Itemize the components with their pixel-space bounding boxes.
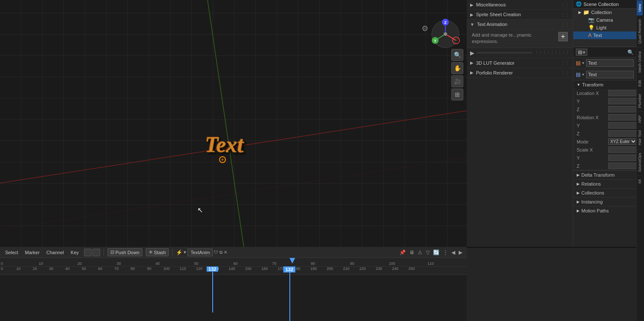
action-name[interactable]: TextAnim	[188, 249, 213, 256]
tl-next-btn[interactable]: ▶	[458, 249, 463, 256]
tl-settings-btn[interactable]: ⋮	[442, 249, 449, 256]
props-data-name-input[interactable]	[586, 71, 634, 78]
search-tool-btn[interactable]: 🔍	[451, 49, 463, 61]
sc-camera-icon: 📷	[588, 17, 595, 23]
mode-select[interactable]: XYZ Euler	[608, 138, 636, 145]
instancing-row[interactable]: ▶ Instancing	[573, 197, 636, 206]
addon-sprite-sheet[interactable]: ▶ Sprite Sheet Creation ⋮⋮	[467, 10, 573, 20]
rot-z-input[interactable]	[608, 130, 636, 137]
rot-y-label: Y	[577, 123, 606, 128]
frame-0: 0	[1, 261, 3, 266]
rot-y-input[interactable]	[608, 122, 636, 129]
camera-tool-btn[interactable]: 🎥	[451, 75, 463, 87]
relations-row[interactable]: ▶ Relations	[573, 179, 636, 188]
timeline-ruler[interactable]: 0 10 20 30 40 50 60 70 80 90 100 110	[0, 258, 467, 267]
play-dots: ⋮⋮⋮⋮⋮⋮⋮⋮⋮	[535, 51, 569, 55]
ext-frame-70: 70	[114, 267, 118, 271]
vtab-arp[interactable]: ARP	[637, 112, 643, 127]
frame-80: 80	[311, 261, 315, 266]
toggle-1[interactable]	[84, 249, 92, 256]
loc-x-input[interactable]	[608, 90, 636, 96]
ext-frame-160: 160	[261, 267, 268, 271]
scale-z-input[interactable]	[608, 163, 636, 169]
extended-ruler[interactable]: 0 10 20 30 40 50 60 70 80 90 100 110 120…	[0, 267, 467, 275]
action-selector[interactable]: ⚡ ▾ TextAnim 🛡 ⧉ ✕	[176, 249, 227, 256]
move-tool-btn[interactable]: ✋	[451, 62, 463, 74]
addon-lut[interactable]: ▶ 3D LUT Generator ⋮⋮	[467, 58, 573, 68]
sc-camera-label: Camera	[596, 17, 613, 23]
addons-panel: ▶ Miscellaneous ⋮⋮ ▶ Sprite Sheet Creati…	[467, 0, 573, 247]
sc-text-item[interactable]: ▶ A Text	[573, 32, 636, 39]
collections-row[interactable]: ▶ Collections	[573, 188, 636, 197]
ext-frame-200: 200	[327, 267, 333, 271]
sc-camera-item[interactable]: ▶ 📷 Camera	[573, 16, 636, 24]
separator-1	[104, 249, 104, 256]
viewport[interactable]: Text ⚙ Z Y	[0, 0, 467, 247]
motion-paths-row[interactable]: ▶ Motion Paths	[573, 206, 636, 215]
rot-x-input[interactable]	[608, 114, 636, 120]
transform-header[interactable]: ▼ Transform	[573, 80, 636, 89]
scale-y-input[interactable]	[608, 155, 636, 161]
relations-chevron: ▶	[577, 182, 580, 186]
play-row: ▶ ⋮⋮⋮⋮⋮⋮⋮⋮⋮	[467, 48, 573, 58]
marker-btn[interactable]: Marker	[23, 249, 41, 256]
text-anim-add-btn[interactable]: +	[558, 32, 568, 41]
vtab-plumber[interactable]: Plumber	[637, 90, 643, 112]
vtab-view[interactable]: View	[637, 0, 643, 15]
scale-x-input[interactable]	[608, 146, 636, 153]
addon-miscellaneous[interactable]: ▶ Miscellaneous ⋮⋮	[467, 0, 573, 10]
key-btn[interactable]: Key	[69, 249, 81, 256]
props-data-type-arrow: ▾	[582, 72, 584, 77]
frame-70: 70	[272, 261, 276, 266]
addon-portfolio[interactable]: ▶ Porfolio Renderer ⋮⋮	[467, 68, 573, 78]
svg-point-12	[444, 32, 447, 36]
delta-transform-row[interactable]: ▶ Delta Transform	[573, 170, 636, 179]
stash-btn[interactable]: ✳ Stash	[146, 248, 169, 256]
vtab-mesh-online[interactable]: Mesh Online	[637, 47, 643, 76]
rot-x-label: Rotation X	[577, 115, 606, 120]
tl-prev-btn[interactable]: ◀	[451, 249, 456, 256]
origin-marker	[219, 156, 226, 163]
sc-collection-item[interactable]: ▶ 📁 Collection	[573, 9, 636, 16]
push-down-btn[interactable]: ⊡ Push Down	[107, 248, 142, 256]
action-close-icon: ✕	[224, 250, 227, 255]
tl-filter-btn[interactable]: ▽	[425, 249, 430, 256]
sprite-label: Sprite Sheet Creation	[476, 12, 558, 17]
svg-text:Y: Y	[434, 39, 436, 43]
grid-tool-btn[interactable]: ⊞	[451, 89, 463, 100]
motion-paths-label: Motion Paths	[581, 208, 609, 213]
props-data-icon: ▤	[576, 72, 580, 77]
loc-y-input[interactable]	[608, 98, 636, 104]
frame-indicator-inner	[212, 267, 213, 312]
props-type-selector[interactable]: ▤ ▾	[576, 49, 587, 56]
frame-132-badge: 132	[207, 267, 218, 272]
navigation-gizmo[interactable]: Z Y	[428, 17, 462, 51]
channel-btn[interactable]: Channel	[45, 249, 66, 256]
select-btn[interactable]: Select	[3, 249, 20, 256]
loc-z-input[interactable]	[608, 106, 636, 112]
scale-x-row: Scale X	[573, 146, 636, 154]
props-search-btn[interactable]: 🔍	[627, 49, 634, 55]
vtab-mi[interactable]: MI	[637, 175, 643, 187]
ext-frame-120: 120	[196, 267, 202, 271]
tl-sync-btn[interactable]: 🔄	[432, 249, 440, 256]
toggle-2[interactable]	[92, 249, 100, 256]
svg-text:Z: Z	[444, 20, 447, 25]
vtab-quad-remesh[interactable]: Quad Remesh	[637, 15, 643, 47]
frame-110: 110	[427, 261, 434, 266]
timeline-content[interactable]: 0 10 20 30 40 50 60 70 80 90 100 110 120…	[0, 267, 467, 321]
vtab-sourceops[interactable]: SourceOps	[637, 149, 643, 175]
text-anim-desc-row: Add and manage te...ynamic expressions. …	[472, 32, 568, 45]
push-down-icon: ⊡	[110, 249, 114, 255]
tl-view-btn[interactable]: 🖥	[408, 249, 415, 256]
props-object-name-input[interactable]	[586, 59, 634, 67]
sc-light-item[interactable]: ▶ 💡 Light	[573, 24, 636, 32]
props-obj-type-arrow: ▾	[582, 61, 584, 65]
text-anim-header[interactable]: ▼ Text Animation ⋮⋮	[467, 20, 573, 29]
play-button[interactable]: ▶	[470, 50, 474, 56]
vtab-hair-tool[interactable]: Hair Tool	[637, 126, 643, 149]
tl-alert-btn[interactable]: ⚠	[417, 249, 423, 256]
tl-pin-btn[interactable]: 📌	[399, 249, 407, 256]
text-anim-description: Add and manage te...ynamic expressions.	[472, 32, 555, 45]
vtab-edit[interactable]: Edit	[637, 76, 643, 90]
